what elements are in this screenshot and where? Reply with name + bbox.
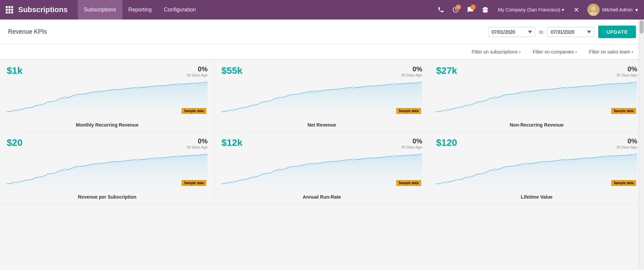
phone-icon[interactable] — [435, 4, 447, 16]
svg-point-43 — [279, 169, 281, 171]
sample-data-badge-annual_run_rate: Sample data — [396, 180, 421, 186]
svg-point-51 — [526, 163, 529, 165]
kpi-cell-non_recurring: $27k 0% 30 Days Ago Sample data Non-Recu… — [429, 60, 644, 132]
kpi-change-pct-net_revenue: 0% — [401, 65, 422, 73]
svg-rect-0 — [6, 6, 8, 8]
company-dropdown-icon: ▾ — [562, 7, 564, 12]
kpi-change-pct-rev_per_sub: 0% — [187, 137, 208, 145]
kpi-change-label-net_revenue: 30 Days Ago — [401, 73, 422, 77]
kpi-cell-lifetime_value: $120 0% 30 Days Ago Sample data Lifetime… — [429, 132, 644, 204]
kpi-chart-annual_run_rate: Sample data — [221, 150, 422, 187]
kpi-change-label-rev_per_sub: 30 Days Ago — [187, 145, 208, 149]
scrollbar-thumb[interactable] — [640, 20, 644, 34]
kpi-value-mrr: $1k — [7, 65, 23, 76]
date-to-select[interactable]: 07/31/2020 — [547, 27, 594, 37]
svg-point-44 — [312, 163, 314, 165]
kpi-cell-annual_run_rate: $12k 0% 30 Days Ago Sample data Annual R… — [215, 132, 429, 204]
svg-point-33 — [636, 81, 637, 83]
sample-data-badge-lifetime_value: Sample data — [611, 180, 636, 186]
svg-point-40 — [207, 153, 208, 155]
kpi-chart-mrr: Sample data — [7, 78, 208, 115]
filter-sales-team-button[interactable]: Filter on sales team ▾ — [586, 48, 636, 56]
kpi-inner-mrr: $1k 0% 30 Days Ago Sample data — [0, 60, 214, 118]
page-title: Revenue KPIs — [8, 28, 483, 35]
svg-point-35 — [38, 176, 41, 178]
sample-data-badge-net_revenue: Sample data — [396, 108, 421, 114]
svg-point-39 — [177, 155, 180, 157]
svg-point-24 — [352, 87, 354, 89]
kpi-inner-net_revenue: $55k 0% 30 Days Ago Sample data — [215, 60, 429, 118]
user-dropdown-icon: ▾ — [635, 7, 638, 13]
kpi-label-lifetime_value: Lifetime Value — [429, 190, 644, 204]
filter-companies-button[interactable]: Filter on companies ▾ — [530, 48, 580, 56]
app-grid-icon[interactable] — [3, 4, 16, 16]
filter-companies-arrow: ▾ — [575, 50, 577, 54]
filter-subscriptions-button[interactable]: Filter on subscriptions ▾ — [469, 48, 523, 56]
svg-point-53 — [607, 155, 609, 157]
kpi-label-mrr: Monthly Recurring Revenue — [0, 118, 214, 132]
timer-icon[interactable]: 16 — [450, 4, 462, 16]
avatar — [587, 4, 600, 16]
kpi-label-annual_run_rate: Annual Run-Rate — [215, 190, 429, 204]
message-badge: 7 — [470, 4, 476, 10]
gift-icon[interactable] — [479, 4, 491, 16]
kpi-change-label-mrr: 30 Days Ago — [187, 73, 208, 77]
svg-point-21 — [253, 104, 255, 106]
scrollbar[interactable] — [639, 20, 644, 204]
svg-point-19 — [207, 81, 208, 83]
kpi-change-pct-non_recurring: 0% — [616, 65, 637, 73]
kpi-change-rev_per_sub: 0% 30 Days Ago — [187, 137, 208, 149]
svg-rect-7 — [8, 11, 10, 13]
nav-icons: 16 7 My Company (San Francisco) ▾ ✕ Mitc… — [435, 4, 641, 16]
kpi-value-annual_run_rate: $12k — [221, 137, 242, 148]
date-to-label: to — [539, 29, 543, 35]
kpi-change-lifetime_value: 0% 30 Days Ago — [616, 137, 637, 149]
svg-point-29 — [493, 97, 496, 99]
svg-point-45 — [352, 159, 354, 161]
date-from-select[interactable]: 07/01/2020 — [488, 27, 535, 37]
kpi-label-rev_per_sub: Revenue per Subscription — [0, 190, 214, 204]
message-icon[interactable]: 7 — [464, 4, 477, 16]
kpi-change-non_recurring: 0% 30 Days Ago — [616, 65, 637, 77]
svg-point-46 — [392, 155, 394, 157]
company-selector[interactable]: My Company (San Francisco) ▾ — [494, 7, 568, 12]
kpi-cell-mrr: $1k 0% 30 Days Ago Sample data Monthly R… — [0, 60, 215, 132]
filter-sales-team-arrow: ▾ — [632, 50, 633, 54]
kpi-value-lifetime_value: $120 — [436, 137, 457, 148]
filter-sales-team-label: Filter on sales team — [589, 49, 630, 55]
timer-badge: 16 — [456, 4, 461, 10]
svg-point-42 — [253, 176, 255, 178]
svg-point-32 — [607, 83, 609, 85]
user-section[interactable]: Mitchell Admin ▾ — [585, 4, 641, 16]
nav-links: Subscriptions Reporting Configuration — [78, 0, 256, 20]
page-header: Revenue KPIs 07/01/2020 to 07/31/2020 UP… — [0, 20, 644, 44]
kpi-chart-lifetime_value: Sample data — [436, 150, 637, 187]
kpi-chart-rev_per_sub: Sample data — [7, 150, 208, 187]
nav-subscriptions[interactable]: Subscriptions — [78, 0, 122, 20]
nav-configuration[interactable]: Configuration — [158, 0, 202, 20]
svg-point-18 — [177, 83, 180, 85]
svg-point-14 — [38, 104, 41, 106]
nav-reporting[interactable]: Reporting — [122, 0, 158, 20]
svg-point-26 — [421, 81, 422, 83]
kpi-inner-rev_per_sub: $20 0% 30 Days Ago Sample data — [0, 132, 214, 190]
kpi-inner-annual_run_rate: $12k 0% 30 Days Ago Sample data — [215, 132, 429, 190]
kpi-change-label-non_recurring: 30 Days Ago — [616, 73, 637, 77]
svg-point-52 — [567, 159, 569, 161]
svg-point-38 — [137, 159, 140, 161]
company-name: My Company (San Francisco) — [498, 7, 560, 12]
close-button[interactable]: ✕ — [571, 6, 582, 14]
svg-point-11 — [591, 6, 596, 11]
sample-data-badge-rev_per_sub: Sample data — [182, 180, 206, 186]
update-button[interactable]: UPDATE — [598, 26, 636, 38]
svg-point-22 — [279, 97, 281, 99]
kpi-label-non_recurring: Non-Recurring Revenue — [429, 118, 644, 132]
kpi-inner-lifetime_value: $120 0% 30 Days Ago Sample data — [429, 132, 644, 190]
svg-rect-8 — [11, 11, 13, 13]
kpi-chart-non_recurring: Sample data — [436, 78, 637, 115]
top-navigation: Subscriptions Subscriptions Reporting Co… — [0, 0, 644, 20]
kpi-cell-rev_per_sub: $20 0% 30 Days Ago Sample data Revenue p… — [0, 132, 215, 204]
svg-point-28 — [468, 104, 470, 106]
svg-rect-3 — [6, 9, 8, 11]
app-title: Subscriptions — [18, 5, 68, 14]
